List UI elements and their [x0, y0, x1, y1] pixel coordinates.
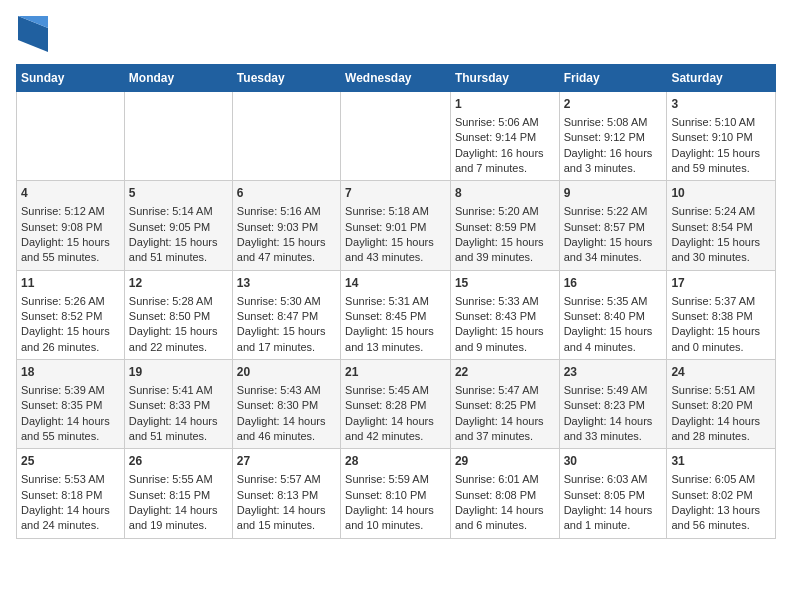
cell-content: Daylight: 16 hours	[564, 146, 663, 161]
cell-content: Sunset: 9:01 PM	[345, 220, 446, 235]
day-number: 1	[455, 96, 555, 113]
cell-content: Sunrise: 6:05 AM	[671, 472, 771, 487]
cell-content: and 33 minutes.	[564, 429, 663, 444]
day-number: 4	[21, 185, 120, 202]
cell-content: Sunset: 8:43 PM	[455, 309, 555, 324]
cell-content: Daylight: 15 hours	[671, 146, 771, 161]
cell-content: Daylight: 14 hours	[671, 414, 771, 429]
cell-content: Sunrise: 5:16 AM	[237, 204, 336, 219]
day-number: 2	[564, 96, 663, 113]
cell-content: and 56 minutes.	[671, 518, 771, 533]
page-header	[16, 16, 776, 52]
logo-icon	[18, 16, 48, 52]
day-number: 6	[237, 185, 336, 202]
cell-content: Sunset: 8:08 PM	[455, 488, 555, 503]
cell-content: Sunset: 8:15 PM	[129, 488, 228, 503]
cell-content: Sunrise: 5:47 AM	[455, 383, 555, 398]
cell-content: Sunset: 8:40 PM	[564, 309, 663, 324]
day-number: 27	[237, 453, 336, 470]
calendar-cell	[232, 92, 340, 181]
cell-content: and 34 minutes.	[564, 250, 663, 265]
cell-content: and 13 minutes.	[345, 340, 446, 355]
cell-content: Sunrise: 5:57 AM	[237, 472, 336, 487]
day-number: 21	[345, 364, 446, 381]
cell-content: Daylight: 14 hours	[21, 414, 120, 429]
calendar-cell: 6Sunrise: 5:16 AMSunset: 9:03 PMDaylight…	[232, 181, 340, 270]
cell-content: Sunrise: 5:59 AM	[345, 472, 446, 487]
cell-content: Sunset: 9:14 PM	[455, 130, 555, 145]
cell-content: Sunrise: 5:31 AM	[345, 294, 446, 309]
cell-content: Sunset: 8:54 PM	[671, 220, 771, 235]
day-number: 9	[564, 185, 663, 202]
cell-content: and 19 minutes.	[129, 518, 228, 533]
col-header-monday: Monday	[124, 65, 232, 92]
calendar-cell: 14Sunrise: 5:31 AMSunset: 8:45 PMDayligh…	[341, 270, 451, 359]
col-header-tuesday: Tuesday	[232, 65, 340, 92]
cell-content: Daylight: 15 hours	[21, 324, 120, 339]
week-row-4: 18Sunrise: 5:39 AMSunset: 8:35 PMDayligh…	[17, 360, 776, 449]
cell-content: Sunrise: 5:35 AM	[564, 294, 663, 309]
cell-content: and 24 minutes.	[21, 518, 120, 533]
cell-content: Sunrise: 6:03 AM	[564, 472, 663, 487]
col-header-thursday: Thursday	[450, 65, 559, 92]
cell-content: Sunrise: 5:55 AM	[129, 472, 228, 487]
header-row: SundayMondayTuesdayWednesdayThursdayFrid…	[17, 65, 776, 92]
calendar-cell: 27Sunrise: 5:57 AMSunset: 8:13 PMDayligh…	[232, 449, 340, 538]
day-number: 26	[129, 453, 228, 470]
cell-content: Daylight: 15 hours	[671, 324, 771, 339]
calendar-cell: 7Sunrise: 5:18 AMSunset: 9:01 PMDaylight…	[341, 181, 451, 270]
col-header-sunday: Sunday	[17, 65, 125, 92]
cell-content: Daylight: 13 hours	[671, 503, 771, 518]
calendar-cell: 24Sunrise: 5:51 AMSunset: 8:20 PMDayligh…	[667, 360, 776, 449]
day-number: 15	[455, 275, 555, 292]
week-row-5: 25Sunrise: 5:53 AMSunset: 8:18 PMDayligh…	[17, 449, 776, 538]
cell-content: Sunrise: 5:26 AM	[21, 294, 120, 309]
cell-content: Sunrise: 5:28 AM	[129, 294, 228, 309]
day-number: 30	[564, 453, 663, 470]
cell-content: Sunset: 8:59 PM	[455, 220, 555, 235]
cell-content: Daylight: 14 hours	[237, 414, 336, 429]
cell-content: and 37 minutes.	[455, 429, 555, 444]
calendar-cell: 13Sunrise: 5:30 AMSunset: 8:47 PMDayligh…	[232, 270, 340, 359]
day-number: 17	[671, 275, 771, 292]
cell-content: Daylight: 15 hours	[671, 235, 771, 250]
day-number: 12	[129, 275, 228, 292]
calendar-cell: 12Sunrise: 5:28 AMSunset: 8:50 PMDayligh…	[124, 270, 232, 359]
week-row-3: 11Sunrise: 5:26 AMSunset: 8:52 PMDayligh…	[17, 270, 776, 359]
cell-content: and 28 minutes.	[671, 429, 771, 444]
calendar-cell	[124, 92, 232, 181]
calendar-cell: 4Sunrise: 5:12 AMSunset: 9:08 PMDaylight…	[17, 181, 125, 270]
cell-content: Sunset: 8:45 PM	[345, 309, 446, 324]
cell-content: Sunrise: 5:12 AM	[21, 204, 120, 219]
week-row-2: 4Sunrise: 5:12 AMSunset: 9:08 PMDaylight…	[17, 181, 776, 270]
day-number: 10	[671, 185, 771, 202]
cell-content: and 22 minutes.	[129, 340, 228, 355]
cell-content: and 55 minutes.	[21, 250, 120, 265]
cell-content: Sunset: 8:20 PM	[671, 398, 771, 413]
cell-content: Daylight: 15 hours	[129, 324, 228, 339]
cell-content: Sunrise: 5:43 AM	[237, 383, 336, 398]
cell-content: Sunrise: 5:20 AM	[455, 204, 555, 219]
cell-content: Sunrise: 5:18 AM	[345, 204, 446, 219]
col-header-wednesday: Wednesday	[341, 65, 451, 92]
cell-content: Daylight: 15 hours	[21, 235, 120, 250]
cell-content: Daylight: 14 hours	[345, 414, 446, 429]
calendar-cell: 3Sunrise: 5:10 AMSunset: 9:10 PMDaylight…	[667, 92, 776, 181]
day-number: 11	[21, 275, 120, 292]
cell-content: Daylight: 14 hours	[564, 503, 663, 518]
cell-content: Sunrise: 5:45 AM	[345, 383, 446, 398]
cell-content: and 7 minutes.	[455, 161, 555, 176]
calendar-cell: 1Sunrise: 5:06 AMSunset: 9:14 PMDaylight…	[450, 92, 559, 181]
cell-content: and 3 minutes.	[564, 161, 663, 176]
day-number: 18	[21, 364, 120, 381]
cell-content: and 17 minutes.	[237, 340, 336, 355]
cell-content: Daylight: 15 hours	[345, 324, 446, 339]
cell-content: Daylight: 15 hours	[455, 324, 555, 339]
cell-content: Sunset: 8:50 PM	[129, 309, 228, 324]
calendar-cell: 16Sunrise: 5:35 AMSunset: 8:40 PMDayligh…	[559, 270, 667, 359]
cell-content: Daylight: 14 hours	[129, 503, 228, 518]
cell-content: Daylight: 15 hours	[237, 235, 336, 250]
day-number: 31	[671, 453, 771, 470]
cell-content: and 15 minutes.	[237, 518, 336, 533]
calendar-cell: 28Sunrise: 5:59 AMSunset: 8:10 PMDayligh…	[341, 449, 451, 538]
